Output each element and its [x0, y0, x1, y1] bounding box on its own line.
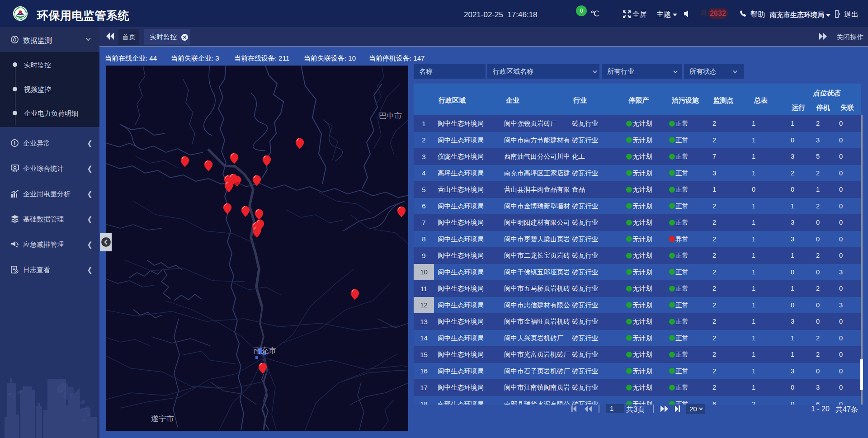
svg-text:遂宁市: 遂宁市	[151, 414, 174, 423]
svg-text:巴中市: 巴中市	[379, 112, 402, 120]
svg-text:南充市: 南充市	[253, 346, 276, 355]
